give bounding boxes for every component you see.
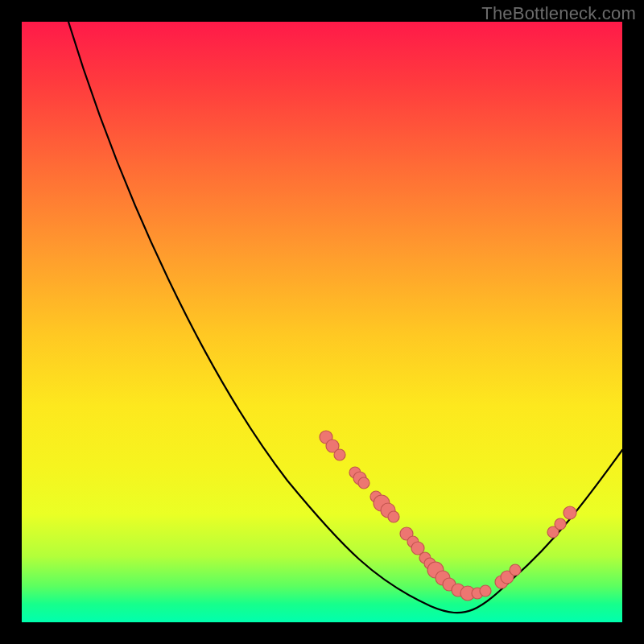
data-point bbox=[564, 506, 576, 519]
bottleneck-curve bbox=[68, 22, 622, 613]
data-points-group bbox=[320, 431, 576, 601]
data-point bbox=[510, 564, 521, 576]
data-point bbox=[358, 477, 369, 489]
data-point bbox=[555, 518, 566, 530]
data-point bbox=[480, 585, 491, 597]
data-point bbox=[334, 449, 345, 460]
chart-svg bbox=[22, 22, 622, 622]
data-point bbox=[388, 511, 399, 522]
